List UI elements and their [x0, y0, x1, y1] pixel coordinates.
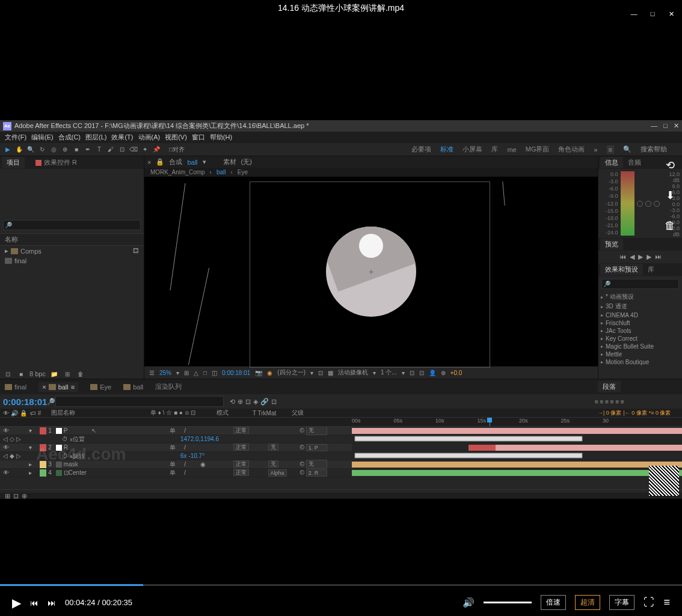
hand-tool-icon[interactable]: ✋: [14, 145, 24, 154]
ws-overflow-icon[interactable]: »: [594, 146, 597, 153]
material-none[interactable]: (无): [241, 157, 252, 166]
vf-icon3[interactable]: □: [203, 370, 207, 376]
bpc-label[interactable]: 8 bpc: [29, 370, 46, 377]
effect-cat-2[interactable]: ▸CINEMA 4D: [598, 311, 682, 319]
vf-icon7[interactable]: 👤: [429, 370, 436, 376]
menu-help[interactable]: 帮助(H): [210, 133, 232, 142]
tl-tab-render[interactable]: 渲染队列: [155, 382, 182, 391]
new-comp-icon[interactable]: ⊞: [63, 369, 72, 379]
effects-search[interactable]: 🔎: [601, 279, 679, 289]
tl-toggle-1[interactable]: ⊞: [5, 492, 10, 500]
viewport-time[interactable]: 0:00:18:01: [222, 370, 250, 376]
first-frame-icon[interactable]: ⏮: [619, 253, 626, 261]
effect-controls-tab[interactable]: 效果控件 R: [31, 157, 82, 168]
volume-slider[interactable]: [484, 602, 532, 603]
effects-presets-tab[interactable]: 效果和预设: [600, 264, 643, 275]
bpc-icon[interactable]: ■: [16, 369, 26, 379]
parent-header[interactable]: 父级: [292, 409, 349, 417]
fullscreen-button[interactable]: ⛶: [644, 596, 654, 609]
prev-button[interactable]: ⏮: [30, 598, 38, 608]
volume-icon[interactable]: 🔊: [462, 597, 475, 608]
project-search[interactable]: 🔎: [3, 220, 141, 230]
px-indent-right[interactable]: |← 0 像素: [623, 409, 647, 417]
brush-tool-icon[interactable]: 🖌: [106, 145, 115, 154]
info-tab[interactable]: 信息: [600, 157, 623, 168]
current-timecode[interactable]: 0:00:18:01: [3, 397, 47, 407]
grid-icon[interactable]: ▦: [328, 370, 333, 376]
vf-icon8[interactable]: ⊕: [441, 370, 446, 376]
ae-close[interactable]: ✕: [674, 122, 679, 130]
view-count[interactable]: 1 个...: [381, 368, 397, 377]
timeline-ruler[interactable]: 00s05s 10s15s 20s25s 30: [0, 417, 682, 427]
library-tab[interactable]: 库: [643, 264, 659, 275]
shape-tool-icon[interactable]: ■: [72, 145, 81, 154]
menu-layer[interactable]: 图层(L): [85, 133, 106, 142]
vol-knob-l[interactable]: [637, 201, 643, 207]
zoom-value[interactable]: 25%: [159, 370, 171, 376]
tl-tab-final[interactable]: final: [5, 383, 26, 391]
tl-icon-3[interactable]: ⊡: [245, 398, 251, 406]
comp-lock-icon[interactable]: 🔒: [156, 158, 164, 166]
exposure-value[interactable]: +0.0: [450, 370, 462, 376]
text-tool-icon[interactable]: T: [94, 145, 104, 154]
ae-minimize[interactable]: —: [651, 122, 657, 130]
tl-tab-eye[interactable]: Eye: [90, 383, 111, 391]
close-button[interactable]: ✕: [666, 9, 676, 19]
effect-cat-3[interactable]: ▸Frischluft: [598, 319, 682, 327]
effect-cat-0[interactable]: ▸* 动画预设: [598, 292, 682, 302]
playlist-button[interactable]: ≡: [663, 596, 670, 609]
ws-essential[interactable]: 必要项: [411, 145, 431, 154]
timeline-search[interactable]: [55, 396, 224, 407]
layer-4[interactable]: 👁 ▸ 4 ⊡ Center 单/ 正常 Alpha © 2. R: [0, 469, 682, 477]
maximize-button[interactable]: □: [648, 9, 657, 19]
tl-tab-ball2[interactable]: ball: [123, 383, 143, 391]
ws-mg[interactable]: MG界面: [526, 145, 550, 154]
download-button[interactable]: ⬇: [661, 186, 679, 204]
mode-header[interactable]: 模式: [217, 409, 253, 417]
menu-comp[interactable]: 合成(C): [58, 133, 81, 142]
menu-window[interactable]: 窗口: [192, 133, 205, 142]
project-tab[interactable]: 项目: [2, 157, 25, 168]
tl-tab-ball[interactable]: × ball ≡: [38, 382, 78, 392]
menu-file[interactable]: 文件(F): [5, 133, 26, 142]
tl-icon-5[interactable]: 🔗: [260, 398, 269, 406]
playhead[interactable]: [490, 418, 490, 426]
next-frame-icon[interactable]: ▶: [647, 253, 651, 261]
channel-icon[interactable]: ◉: [267, 370, 272, 376]
comp-name[interactable]: ball: [187, 159, 197, 166]
speed-button[interactable]: 倍速: [541, 595, 566, 610]
effect-cat-8[interactable]: ▸Motion Boutique: [598, 358, 682, 366]
prev-frame-icon[interactable]: ◀: [630, 253, 634, 261]
video-progress[interactable]: [0, 584, 682, 586]
interpret-icon[interactable]: ⊡: [3, 369, 13, 379]
new-folder-icon[interactable]: 📁: [49, 369, 59, 379]
next-button[interactable]: ⏭: [48, 598, 56, 608]
tl-search-icon[interactable]: 🔎: [47, 398, 55, 406]
camera-dropdown[interactable]: 活动摄像机: [338, 368, 368, 377]
comp-dropdown-icon[interactable]: ▾: [203, 158, 206, 166]
tl-toggle-3[interactable]: ⊕: [22, 492, 27, 500]
trash-icon[interactable]: 🗑: [76, 369, 85, 379]
anchor-tool-icon[interactable]: ⊕: [60, 145, 70, 154]
vf-icon4[interactable]: ◫: [212, 370, 217, 376]
preview-tab[interactable]: 预览: [600, 239, 623, 250]
breadcrumb-eye[interactable]: Eye: [238, 169, 248, 175]
ae-maximize[interactable]: □: [663, 122, 668, 130]
effect-cat-1[interactable]: ▸3D 通道: [598, 302, 682, 311]
camera-tool-icon[interactable]: ◎: [49, 145, 58, 154]
play-button[interactable]: ▶: [12, 596, 21, 610]
zoom-tool-icon[interactable]: 🔍: [26, 145, 35, 154]
paragraph-tab[interactable]: 段落: [598, 381, 621, 392]
px-spacing[interactable]: *≡ 0 像素: [649, 409, 671, 417]
ws-menu-icon[interactable]: ≡: [607, 145, 614, 154]
last-frame-icon[interactable]: ⏭: [655, 253, 662, 261]
project-folder-comps[interactable]: ▸ Comps ⚃: [0, 246, 144, 256]
snap-toggle[interactable]: □对齐: [169, 145, 185, 154]
effect-cat-5[interactable]: ▸Key Correct: [598, 335, 682, 343]
subtitle-button[interactable]: 字幕: [609, 595, 634, 610]
ws-library[interactable]: 库: [491, 145, 498, 154]
comp-menu-icon[interactable]: ×: [147, 159, 151, 166]
search-help[interactable]: 搜索帮助: [641, 145, 667, 154]
menu-edit[interactable]: 编辑(E): [31, 133, 54, 142]
resolution-dropdown[interactable]: (四分之一): [277, 368, 306, 377]
